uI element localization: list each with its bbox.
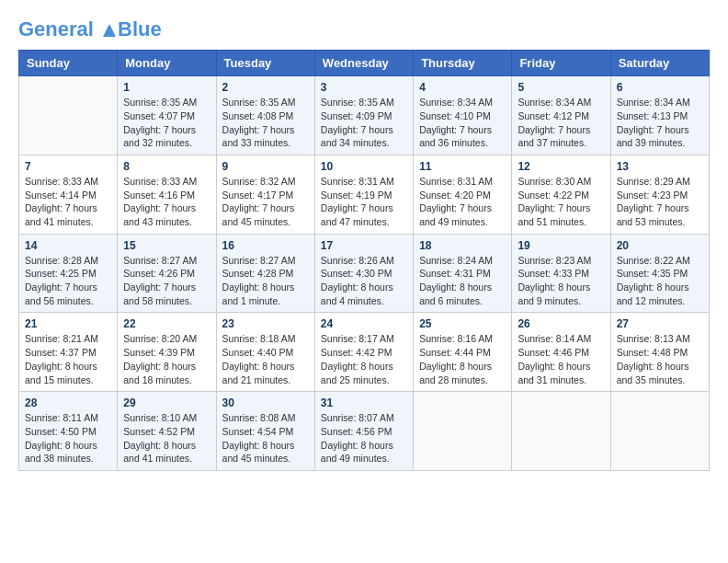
calendar-cell: 22Sunrise: 8:20 AM Sunset: 4:39 PM Dayli… (118, 313, 216, 392)
day-number: 14 (25, 239, 111, 252)
svg-marker-0 (103, 24, 116, 37)
calendar-cell: 27Sunrise: 8:13 AM Sunset: 4:48 PM Dayli… (610, 313, 709, 392)
day-number: 8 (123, 160, 210, 173)
calendar-cell: 10Sunrise: 8:31 AM Sunset: 4:19 PM Dayli… (314, 155, 413, 234)
calendar-cell: 14Sunrise: 8:28 AM Sunset: 4:25 PM Dayli… (19, 234, 118, 313)
week-row-2: 7Sunrise: 8:33 AM Sunset: 4:14 PM Daylig… (19, 155, 710, 234)
day-number: 19 (518, 239, 604, 252)
calendar-cell: 11Sunrise: 8:31 AM Sunset: 4:20 PM Dayli… (414, 155, 512, 234)
calendar-body: 1Sunrise: 8:35 AM Sunset: 4:07 PM Daylig… (19, 76, 710, 471)
day-number: 11 (419, 160, 506, 173)
day-number: 13 (617, 160, 703, 173)
week-row-5: 28Sunrise: 8:11 AM Sunset: 4:50 PM Dayli… (19, 392, 710, 471)
day-number: 16 (222, 239, 309, 252)
calendar-cell: 16Sunrise: 8:27 AM Sunset: 4:28 PM Dayli… (216, 234, 314, 313)
day-number: 30 (222, 396, 309, 409)
dow-header-wednesday: Wednesday (314, 51, 413, 76)
dow-header-tuesday: Tuesday (216, 51, 314, 76)
day-number: 2 (222, 81, 309, 94)
calendar-table: SundayMondayTuesdayWednesdayThursdayFrid… (18, 50, 710, 471)
day-number: 17 (321, 239, 407, 252)
calendar-cell: 30Sunrise: 8:08 AM Sunset: 4:54 PM Dayli… (216, 392, 314, 471)
calendar-cell: 23Sunrise: 8:18 AM Sunset: 4:40 PM Dayli… (216, 313, 314, 392)
calendar-cell: 19Sunrise: 8:23 AM Sunset: 4:33 PM Dayli… (512, 234, 610, 313)
day-number: 29 (123, 396, 210, 409)
calendar-cell: 24Sunrise: 8:17 AM Sunset: 4:42 PM Dayli… (314, 313, 413, 392)
day-number: 6 (617, 81, 703, 94)
calendar-cell: 15Sunrise: 8:27 AM Sunset: 4:26 PM Dayli… (118, 234, 216, 313)
calendar-cell (610, 392, 709, 471)
day-info: Sunrise: 8:33 AM Sunset: 4:14 PM Dayligh… (25, 175, 111, 229)
dow-header-saturday: Saturday (610, 51, 709, 76)
day-number: 5 (518, 81, 604, 94)
day-info: Sunrise: 8:31 AM Sunset: 4:19 PM Dayligh… (321, 175, 407, 229)
calendar-cell: 28Sunrise: 8:11 AM Sunset: 4:50 PM Dayli… (19, 392, 118, 471)
day-number: 27 (617, 317, 703, 330)
calendar-cell: 5Sunrise: 8:34 AM Sunset: 4:12 PM Daylig… (512, 76, 610, 155)
day-number: 21 (25, 317, 111, 330)
day-info: Sunrise: 8:07 AM Sunset: 4:56 PM Dayligh… (321, 411, 407, 465)
day-info: Sunrise: 8:29 AM Sunset: 4:23 PM Dayligh… (617, 175, 703, 229)
day-info: Sunrise: 8:08 AM Sunset: 4:54 PM Dayligh… (222, 411, 309, 465)
day-info: Sunrise: 8:35 AM Sunset: 4:07 PM Dayligh… (123, 96, 210, 150)
day-info: Sunrise: 8:34 AM Sunset: 4:12 PM Dayligh… (518, 96, 604, 150)
day-info: Sunrise: 8:13 AM Sunset: 4:48 PM Dayligh… (617, 332, 703, 386)
dow-header-sunday: Sunday (19, 51, 118, 76)
day-info: Sunrise: 8:32 AM Sunset: 4:17 PM Dayligh… (222, 175, 309, 229)
day-number: 9 (222, 160, 309, 173)
day-number: 26 (518, 317, 604, 330)
calendar-cell: 12Sunrise: 8:30 AM Sunset: 4:22 PM Dayli… (512, 155, 610, 234)
day-info: Sunrise: 8:11 AM Sunset: 4:50 PM Dayligh… (25, 411, 111, 465)
calendar-cell: 4Sunrise: 8:34 AM Sunset: 4:10 PM Daylig… (414, 76, 512, 155)
day-info: Sunrise: 8:35 AM Sunset: 4:09 PM Dayligh… (321, 96, 407, 150)
dow-header-thursday: Thursday (414, 51, 512, 76)
calendar-cell: 26Sunrise: 8:14 AM Sunset: 4:46 PM Dayli… (512, 313, 610, 392)
day-info: Sunrise: 8:26 AM Sunset: 4:30 PM Dayligh… (321, 254, 407, 308)
day-number: 25 (419, 317, 506, 330)
calendar-cell: 7Sunrise: 8:33 AM Sunset: 4:14 PM Daylig… (19, 155, 118, 234)
day-info: Sunrise: 8:27 AM Sunset: 4:28 PM Dayligh… (222, 254, 309, 308)
calendar-cell: 3Sunrise: 8:35 AM Sunset: 4:09 PM Daylig… (314, 76, 413, 155)
week-row-3: 14Sunrise: 8:28 AM Sunset: 4:25 PM Dayli… (19, 234, 710, 313)
calendar-cell: 17Sunrise: 8:26 AM Sunset: 4:30 PM Dayli… (314, 234, 413, 313)
day-info: Sunrise: 8:21 AM Sunset: 4:37 PM Dayligh… (25, 332, 111, 386)
calendar-cell (414, 392, 512, 471)
day-info: Sunrise: 8:28 AM Sunset: 4:25 PM Dayligh… (25, 254, 111, 308)
page-header: General Blue (18, 18, 710, 40)
day-number: 22 (123, 317, 210, 330)
day-info: Sunrise: 8:24 AM Sunset: 4:31 PM Dayligh… (419, 254, 506, 308)
week-row-4: 21Sunrise: 8:21 AM Sunset: 4:37 PM Dayli… (19, 313, 710, 392)
day-number: 1 (123, 81, 210, 94)
calendar-cell: 6Sunrise: 8:34 AM Sunset: 4:13 PM Daylig… (610, 76, 709, 155)
day-number: 3 (321, 81, 407, 94)
day-number: 20 (617, 239, 703, 252)
week-row-1: 1Sunrise: 8:35 AM Sunset: 4:07 PM Daylig… (19, 76, 710, 155)
day-number: 4 (419, 81, 506, 94)
day-info: Sunrise: 8:30 AM Sunset: 4:22 PM Dayligh… (518, 175, 604, 229)
day-number: 12 (518, 160, 604, 173)
day-info: Sunrise: 8:27 AM Sunset: 4:26 PM Dayligh… (123, 254, 210, 308)
logo-blue: Blue (118, 18, 162, 40)
calendar-cell: 13Sunrise: 8:29 AM Sunset: 4:23 PM Dayli… (610, 155, 709, 234)
calendar-cell: 1Sunrise: 8:35 AM Sunset: 4:07 PM Daylig… (118, 76, 216, 155)
calendar-cell: 9Sunrise: 8:32 AM Sunset: 4:17 PM Daylig… (216, 155, 314, 234)
calendar-cell: 31Sunrise: 8:07 AM Sunset: 4:56 PM Dayli… (314, 392, 413, 471)
day-info: Sunrise: 8:23 AM Sunset: 4:33 PM Dayligh… (518, 254, 604, 308)
day-number: 23 (222, 317, 309, 330)
days-of-week-row: SundayMondayTuesdayWednesdayThursdayFrid… (19, 51, 710, 76)
logo-text: General (18, 18, 118, 40)
day-info: Sunrise: 8:14 AM Sunset: 4:46 PM Dayligh… (518, 332, 604, 386)
day-info: Sunrise: 8:33 AM Sunset: 4:16 PM Dayligh… (123, 175, 210, 229)
logo: General Blue (18, 18, 162, 40)
calendar-cell (19, 76, 118, 155)
day-number: 24 (321, 317, 407, 330)
calendar-cell (512, 392, 610, 471)
day-info: Sunrise: 8:20 AM Sunset: 4:39 PM Dayligh… (123, 332, 210, 386)
day-number: 15 (123, 239, 210, 252)
day-info: Sunrise: 8:22 AM Sunset: 4:35 PM Dayligh… (617, 254, 703, 308)
day-number: 28 (25, 396, 111, 409)
day-info: Sunrise: 8:34 AM Sunset: 4:10 PM Dayligh… (419, 96, 506, 150)
day-info: Sunrise: 8:35 AM Sunset: 4:08 PM Dayligh… (222, 96, 309, 150)
dow-header-friday: Friday (512, 51, 610, 76)
calendar-cell: 2Sunrise: 8:35 AM Sunset: 4:08 PM Daylig… (216, 76, 314, 155)
